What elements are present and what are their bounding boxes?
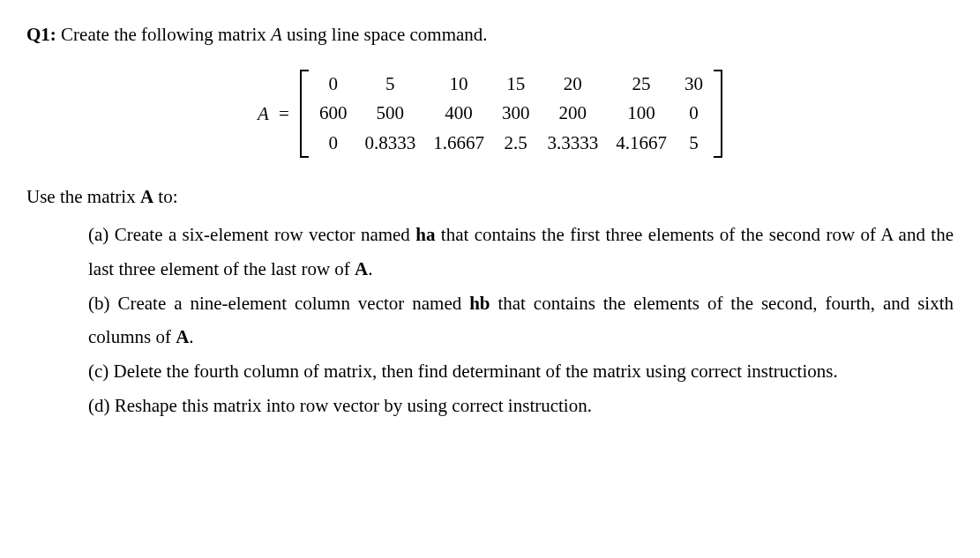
- part-a-pre: (a) Create a six-element row vector name…: [88, 224, 415, 245]
- matrix-cell: 0.8333: [355, 129, 424, 158]
- part-b-hb: hb: [469, 293, 490, 314]
- matrix-cell: 5: [355, 70, 424, 99]
- matrix-bracket-left: [300, 70, 309, 158]
- matrix-cell: 10: [424, 70, 493, 99]
- matrix-row: 0 0.8333 1.6667 2.5 3.3333 4.1667 5: [310, 129, 712, 158]
- matrix-cell: 1.6667: [424, 129, 493, 158]
- matrix-cell: 2.5: [493, 129, 539, 158]
- matrix-cell: 400: [424, 99, 493, 128]
- subprompt-A: A: [140, 186, 153, 207]
- matrix-cell: 5: [676, 129, 712, 158]
- question-header: Q1: Create the following matrix A using …: [26, 18, 954, 52]
- subprompt-after: to:: [153, 186, 177, 207]
- matrix-cell: 600: [310, 99, 356, 128]
- subprompt: Use the matrix A to:: [26, 180, 954, 214]
- part-d-text: (d) Reshape this matrix into row vector …: [88, 395, 592, 416]
- part-c: (c) Delete the fourth column of matrix, …: [88, 354, 954, 389]
- q-matrix-A: A: [271, 24, 282, 45]
- part-b-A: A: [176, 326, 189, 347]
- matrix-cell: 20: [538, 70, 607, 99]
- part-c-text: (c) Delete the fourth column of matrix, …: [88, 361, 838, 382]
- matrix-cell: 500: [355, 99, 424, 128]
- matrix-row: 0 5 10 15 20 25 30: [310, 70, 712, 99]
- matrix-cell: 3.3333: [538, 129, 607, 158]
- part-a-end: .: [368, 258, 372, 279]
- part-b: (b) Create a nine-element column vector …: [88, 286, 954, 355]
- subprompt-pre: Use the matrix: [26, 186, 140, 207]
- matrix-symbol-A: A: [258, 103, 269, 124]
- q-text-1: Create the following matrix: [56, 24, 271, 45]
- matrix-cell: 200: [538, 99, 607, 128]
- q-text-2: using line space command.: [282, 24, 488, 45]
- matrix-cell: 300: [493, 99, 539, 128]
- matrix-cell: 25: [607, 70, 676, 99]
- matrix-row: 600 500 400 300 200 100 0: [310, 99, 712, 128]
- matrix-bracket-right: [714, 70, 722, 158]
- matrix-cell: 15: [493, 70, 539, 99]
- matrix-cell: 100: [607, 99, 676, 128]
- part-a-ha: ha: [415, 224, 435, 245]
- part-a: (a) Create a six-element row vector name…: [88, 218, 954, 286]
- matrix-cell: 0: [310, 129, 356, 158]
- matrix-cell: 0: [310, 70, 356, 99]
- matrix-cell: 30: [676, 70, 712, 99]
- matrix-table: 0 5 10 15 20 25 30 600 500 400 300 200 1…: [310, 70, 712, 158]
- matrix-cell: 0: [676, 99, 712, 128]
- part-b-end: .: [189, 326, 193, 347]
- matrix-equation: A = 0 5 10 15 20 25 30 600 500 400 300 2…: [26, 70, 954, 158]
- matrix-cell: 4.1667: [607, 129, 676, 158]
- parts-list: (a) Create a six-element row vector name…: [26, 218, 954, 423]
- equals-sign: =: [274, 103, 289, 124]
- part-a-A: A: [355, 258, 368, 279]
- part-d: (d) Reshape this matrix into row vector …: [88, 389, 954, 423]
- matrix-lhs: A =: [258, 97, 291, 131]
- part-b-pre: (b) Create a nine-element column vector …: [88, 293, 469, 314]
- question-label: Q1:: [26, 24, 56, 45]
